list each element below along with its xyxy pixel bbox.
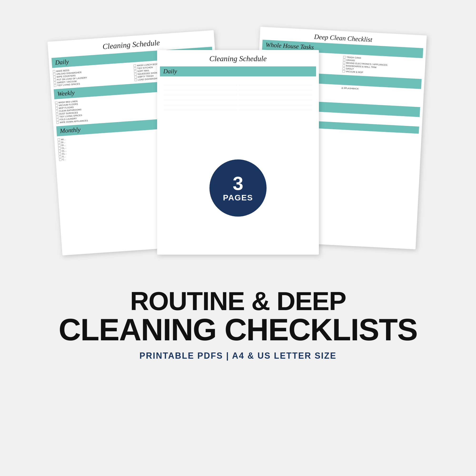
list-item	[164, 91, 237, 95]
checkbox[interactable]	[343, 62, 345, 64]
front-daily-header: Daily	[160, 67, 316, 76]
list-item	[239, 81, 312, 85]
list-item	[239, 91, 312, 95]
checkbox[interactable]	[134, 65, 136, 67]
checkbox[interactable]	[53, 73, 56, 76]
main-container: Cleaning Schedule Daily MAKE BEDS UNLOAD…	[24, 12, 452, 464]
badge-label: PAGES	[223, 193, 253, 202]
checkbox[interactable]	[56, 110, 58, 113]
checkbox[interactable]	[58, 141, 60, 144]
checkbox[interactable]	[134, 76, 137, 79]
daily-col1: MAKE BEDS UNLOAD DISHWASHER WIPE COUNTER…	[53, 64, 133, 87]
badge-number: 3	[233, 174, 243, 193]
list-item	[239, 86, 312, 90]
list-item	[164, 86, 237, 90]
checkbox[interactable]	[343, 65, 345, 67]
kitchen-col2: & SPLASHBACK	[341, 86, 418, 105]
list-item	[164, 101, 237, 105]
checkbox[interactable]	[53, 79, 56, 81]
list-item	[239, 96, 312, 100]
checkbox[interactable]	[58, 150, 61, 153]
list-item	[164, 106, 237, 110]
checkbox[interactable]	[55, 102, 58, 104]
checkbox[interactable]	[58, 147, 61, 150]
list-item	[239, 101, 312, 105]
subtitle: PRINTABLE PDFS | A4 & US LETTER SIZE	[59, 351, 417, 361]
list-item	[164, 81, 237, 85]
checkbox[interactable]	[55, 104, 58, 107]
checkbox[interactable]	[54, 84, 56, 87]
checkbox[interactable]	[58, 138, 60, 141]
checkbox[interactable]	[135, 79, 137, 81]
pages-badge: 3 PAGES	[209, 159, 267, 217]
checkbox[interactable]	[59, 158, 62, 161]
front-col2	[239, 80, 312, 111]
checkbox[interactable]	[59, 153, 61, 155]
daily-label: Daily	[55, 58, 69, 66]
checkbox[interactable]	[342, 67, 345, 70]
main-title-line1: ROUTINE & DEEP	[59, 288, 417, 314]
front-row	[160, 79, 316, 112]
whole-house-col2: TRASH CANS DRAINS BEHIND ELECTRONICS / A…	[342, 55, 419, 77]
front-doc: Cleaning Schedule Daily	[157, 50, 319, 255]
checkbox[interactable]	[56, 116, 59, 118]
checkbox[interactable]	[56, 113, 58, 116]
checkbox[interactable]	[53, 81, 56, 84]
checkbox[interactable]	[134, 73, 137, 76]
checkbox[interactable]	[343, 59, 346, 61]
list-item	[164, 96, 237, 100]
checkbox[interactable]	[59, 156, 61, 158]
checkbox[interactable]	[342, 70, 345, 73]
checkbox[interactable]	[56, 119, 59, 121]
checkbox[interactable]	[134, 70, 136, 73]
front-daily-label: Daily	[163, 68, 177, 75]
list-item	[239, 106, 312, 110]
checkbox[interactable]	[53, 70, 55, 73]
front-title: Cleaning Schedule	[157, 50, 319, 66]
weekly-label: Weekly	[57, 89, 75, 97]
bottom-text-area: ROUTINE & DEEP CLEANING CHECKLISTS PRINT…	[59, 288, 417, 370]
checkbox[interactable]	[55, 107, 58, 110]
docs-area: Cleaning Schedule Daily MAKE BEDS UNLOAD…	[48, 21, 428, 283]
checkbox[interactable]	[53, 76, 56, 78]
front-col1	[164, 80, 237, 111]
main-title-line2: CLEANING CHECKLISTS	[59, 314, 417, 345]
whole-house-label: Whole House Tasks	[265, 41, 314, 51]
checkbox[interactable]	[343, 56, 346, 59]
monthly-label: Monthly	[60, 126, 81, 135]
checkbox[interactable]	[58, 144, 61, 147]
checkbox[interactable]	[134, 67, 136, 70]
checkbox[interactable]	[56, 121, 59, 124]
front-daily-rows	[157, 77, 319, 114]
